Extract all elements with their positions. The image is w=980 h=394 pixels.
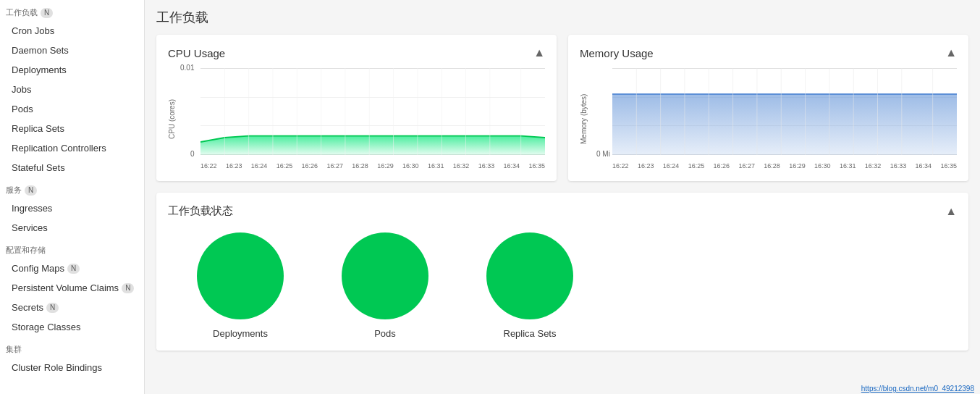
main-content: 工作负载 CPU Usage ▲ CPU (cores) 0.01 0 bbox=[145, 0, 980, 394]
sidebar-item-replication-controllers[interactable]: Replication Controllers bbox=[0, 138, 144, 158]
status-collapse[interactable]: ▲ bbox=[945, 205, 957, 218]
memory-chart-header: Memory Usage ▲ bbox=[580, 46, 957, 59]
status-item-deployments: Deployments bbox=[197, 232, 284, 339]
cpu-x-axis: 16:22 16:23 16:24 16:25 16:26 16:27 16:2… bbox=[200, 162, 545, 169]
sidebar-item-daemon-sets[interactable]: Daemon Sets bbox=[0, 41, 144, 60]
replica-sets-label: Replica Sets bbox=[504, 328, 557, 339]
status-items: Deployments Pods Replica Sets bbox=[168, 232, 957, 339]
cpu-chart-header: CPU Usage ▲ bbox=[168, 46, 545, 59]
cpu-chart-svg bbox=[200, 68, 545, 155]
sidebar-section-workload: 工作负载 N bbox=[0, 0, 144, 21]
sidebar-section-config-storage: 配置和存储 bbox=[0, 238, 144, 259]
charts-row: CPU Usage ▲ CPU (cores) 0.01 0 bbox=[156, 35, 968, 181]
cpu-y-tick-high: 0.01 bbox=[180, 64, 194, 72]
pods-circle bbox=[342, 232, 428, 319]
memory-chart-svg bbox=[612, 68, 957, 155]
replica-sets-circle bbox=[486, 232, 573, 319]
status-title: 工作负载状态 bbox=[168, 204, 233, 218]
pvc-badge: N bbox=[122, 283, 134, 293]
sidebar-section-cluster: 集群 bbox=[0, 337, 144, 358]
memory-chart-area: Memory (bytes) 0 Mi bbox=[580, 68, 957, 169]
memory-chart-card: Memory Usage ▲ Memory (bytes) 0 Mi bbox=[568, 35, 968, 181]
sidebar: 工作负载 N Cron Jobs Daemon Sets Deployments… bbox=[0, 0, 145, 394]
deployments-circle bbox=[197, 232, 284, 319]
sidebar-item-storage-classes[interactable]: Storage Classes bbox=[0, 317, 144, 337]
memory-y-tick: 0 Mi bbox=[596, 150, 610, 158]
sidebar-item-pods[interactable]: Pods bbox=[0, 99, 144, 119]
workload-section-label: 工作负载 bbox=[6, 7, 38, 18]
sidebar-item-deployments[interactable]: Deployments bbox=[0, 60, 144, 80]
sidebar-item-config-maps[interactable]: Config Maps N bbox=[0, 259, 144, 278]
cpu-chart-inner: 0.01 0 bbox=[179, 68, 545, 169]
sidebar-item-cluster-role-bindings[interactable]: Cluster Role Bindings bbox=[0, 358, 144, 377]
sidebar-section-services: 服务 N bbox=[0, 177, 144, 198]
sidebar-item-services[interactable]: Services bbox=[0, 218, 144, 238]
status-item-replica-sets: Replica Sets bbox=[486, 232, 573, 339]
services-section-label: 服务 bbox=[6, 185, 22, 196]
memory-chart-collapse[interactable]: ▲ bbox=[945, 46, 957, 59]
sidebar-item-replica-sets[interactable]: Replica Sets bbox=[0, 119, 144, 138]
workload-badge: N bbox=[41, 8, 53, 18]
config-storage-label: 配置和存储 bbox=[6, 245, 46, 256]
svg-marker-0 bbox=[200, 136, 545, 155]
memory-chart-title: Memory Usage bbox=[580, 47, 654, 59]
url-bar: https://blog.csdn.net/m0_49212398 bbox=[861, 385, 974, 393]
cpu-y-tick-low: 0 bbox=[190, 150, 195, 158]
memory-x-axis: 16:22 16:23 16:24 16:25 16:26 16:27 16:2… bbox=[612, 162, 957, 169]
cpu-chart-collapse[interactable]: ▲ bbox=[533, 46, 545, 59]
cluster-label: 集群 bbox=[6, 344, 22, 355]
services-badge: N bbox=[25, 185, 37, 196]
memory-y-label: Memory (bytes) bbox=[580, 68, 588, 169]
sidebar-item-secrets[interactable]: Secrets N bbox=[0, 298, 144, 317]
cpu-chart-area: CPU (cores) 0.01 0 bbox=[168, 68, 545, 169]
sidebar-item-cron-jobs[interactable]: Cron Jobs bbox=[0, 21, 144, 41]
cpu-chart-card: CPU Usage ▲ CPU (cores) 0.01 0 bbox=[156, 35, 557, 181]
pods-label: Pods bbox=[374, 328, 396, 339]
sidebar-item-ingresses[interactable]: Ingresses bbox=[0, 198, 144, 218]
sidebar-item-stateful-sets[interactable]: Stateful Sets bbox=[0, 158, 144, 177]
secrets-badge: N bbox=[46, 303, 59, 313]
cpu-chart-title: CPU Usage bbox=[168, 47, 225, 59]
config-maps-badge: N bbox=[67, 264, 80, 274]
sidebar-item-pvc[interactable]: Persistent Volume Claims N bbox=[0, 278, 144, 298]
page-title: 工作负载 bbox=[156, 9, 968, 26]
status-card-header: 工作负载状态 ▲ bbox=[168, 204, 957, 218]
svg-marker-14 bbox=[612, 94, 957, 155]
status-card: 工作负载状态 ▲ Deployments Pods Replica Sets bbox=[156, 193, 968, 351]
status-item-pods: Pods bbox=[342, 232, 428, 339]
deployments-label: Deployments bbox=[213, 328, 268, 339]
cpu-y-label: CPU (cores) bbox=[168, 68, 176, 169]
memory-chart-inner: 0 Mi bbox=[591, 68, 957, 169]
sidebar-item-jobs[interactable]: Jobs bbox=[0, 80, 144, 99]
